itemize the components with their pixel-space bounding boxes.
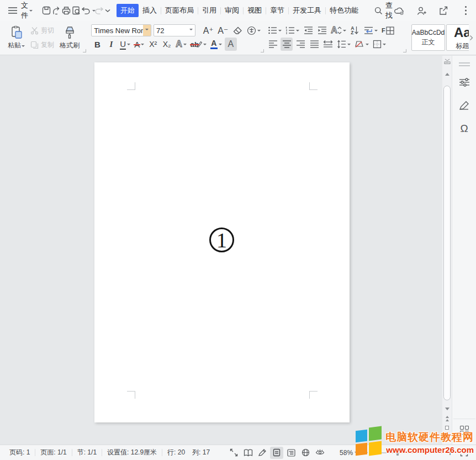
clear-formatting-button[interactable] xyxy=(231,24,244,37)
text-tool-chevron-icon[interactable] xyxy=(343,30,346,33)
shading-chevron-icon[interactable] xyxy=(366,44,369,47)
document-canvas[interactable]: 1 Ω xyxy=(0,56,476,445)
app-grid-icon[interactable] xyxy=(460,426,469,435)
increase-indent-button[interactable] xyxy=(316,24,328,37)
numbering-button[interactable] xyxy=(284,24,300,37)
share-icon[interactable] xyxy=(437,4,450,17)
bullets-button[interactable] xyxy=(267,24,283,37)
properties-sliders-icon[interactable] xyxy=(457,75,472,89)
save-icon[interactable] xyxy=(41,4,51,17)
font-color-chevron-icon[interactable] xyxy=(219,44,222,47)
underline-chevron-icon[interactable] xyxy=(127,44,130,47)
outline-view-icon[interactable] xyxy=(284,447,298,459)
add-user-icon[interactable] xyxy=(415,4,428,17)
vertical-scrollbar[interactable] xyxy=(442,56,452,445)
font-color-button[interactable]: A xyxy=(209,38,223,51)
tab-references[interactable]: 引用 xyxy=(198,4,220,17)
subscript-button[interactable]: X₂ xyxy=(161,38,173,51)
font-size-select[interactable]: 72 xyxy=(154,24,195,36)
page-view-icon[interactable] xyxy=(270,447,283,459)
scrollbar-thumb[interactable] xyxy=(443,86,451,400)
styles-scroll-chevron-icon[interactable] xyxy=(469,23,474,53)
enclosed-character[interactable]: 1 xyxy=(209,228,234,252)
phonetic-guide-button[interactable] xyxy=(246,24,261,37)
paragraph-layout-button[interactable] xyxy=(363,24,379,37)
symbols-omega-icon[interactable]: Ω xyxy=(457,121,472,136)
bold-button[interactable]: B xyxy=(91,38,103,51)
cloud-sync-icon[interactable] xyxy=(393,4,406,17)
hamburger-menu-icon[interactable] xyxy=(8,4,18,17)
more-options-icon[interactable] xyxy=(459,4,472,17)
style-normal[interactable]: AaBbCcDd 正文 xyxy=(411,24,445,51)
browse-object-icon[interactable] xyxy=(442,424,452,431)
document-page[interactable]: 1 xyxy=(94,62,350,422)
scroll-up-icon[interactable] xyxy=(442,70,452,78)
strikethrough-button[interactable]: A xyxy=(133,38,145,51)
status-section[interactable]: 节: 1/1 xyxy=(72,448,102,457)
zoom-slider-knob[interactable] xyxy=(396,450,399,456)
text-frame-button[interactable]: F xyxy=(380,24,395,37)
fit-page-icon[interactable] xyxy=(457,447,470,459)
zoom-out-button[interactable]: − xyxy=(362,448,368,457)
tab-view[interactable]: 视图 xyxy=(244,4,266,17)
ink-pen-icon[interactable] xyxy=(256,447,269,459)
tab-review[interactable]: 审阅 xyxy=(221,4,243,17)
distribute-button[interactable] xyxy=(322,38,334,51)
zoom-chevron-icon[interactable] xyxy=(355,452,358,455)
tab-developer-tools[interactable]: 开发工具 xyxy=(289,4,325,17)
sort-button[interactable]: A Z xyxy=(349,24,361,37)
paragraph-layout-chevron-icon[interactable] xyxy=(374,30,378,33)
align-left-button[interactable] xyxy=(267,38,279,51)
shading-button[interactable] xyxy=(353,38,370,51)
web-layout-icon[interactable] xyxy=(299,447,312,459)
style-title[interactable]: Aa 标题 xyxy=(446,24,469,51)
undo-icon[interactable] xyxy=(81,4,94,17)
status-column[interactable]: 列: 17 xyxy=(187,448,215,457)
format-painter-button[interactable]: 格式刷 xyxy=(56,23,83,53)
italic-button[interactable]: I xyxy=(105,38,117,51)
print-icon[interactable] xyxy=(61,4,71,17)
font-size-dropdown[interactable] xyxy=(187,25,195,36)
font-family-select[interactable]: Times New Roma xyxy=(91,24,151,36)
read-mode-icon[interactable] xyxy=(241,447,255,459)
previous-page-icon[interactable] xyxy=(442,414,452,422)
ruler-toggle-icon[interactable] xyxy=(442,57,452,65)
align-right-button[interactable] xyxy=(294,38,306,51)
tab-home[interactable]: 开始 xyxy=(117,4,139,17)
text-tool-button[interactable]: A xyxy=(330,24,347,37)
phonetic-chevron-icon[interactable] xyxy=(257,30,261,33)
borders-button[interactable] xyxy=(372,38,387,51)
paste-chevron-icon[interactable] xyxy=(22,45,25,49)
scroll-down-icon[interactable] xyxy=(442,405,452,413)
quick-access-more-icon[interactable] xyxy=(104,4,111,17)
panel-drag-handle[interactable] xyxy=(459,62,470,66)
underline-button[interactable]: U xyxy=(119,38,131,51)
file-menu-chevron-icon[interactable] xyxy=(29,10,33,13)
strikethrough-chevron-icon[interactable] xyxy=(141,44,144,47)
justify-button[interactable] xyxy=(308,38,320,51)
highlight-button[interactable]: ab xyxy=(189,38,208,51)
status-page-number[interactable]: 页码: 1 xyxy=(4,448,35,457)
align-center-button[interactable] xyxy=(281,38,293,51)
fullscreen-view-icon[interactable] xyxy=(227,447,240,459)
clipboard-dialog-launcher[interactable] xyxy=(83,49,86,52)
tab-section[interactable]: 章节 xyxy=(266,4,288,17)
line-spacing-chevron-icon[interactable] xyxy=(347,44,351,47)
eye-protection-icon[interactable] xyxy=(313,447,326,459)
zoom-in-button[interactable]: + xyxy=(447,448,453,457)
zoom-slider[interactable] xyxy=(372,452,443,453)
text-effects-chevron-icon[interactable] xyxy=(183,44,187,47)
grow-font-button[interactable]: A⁺ xyxy=(202,24,215,37)
search-box[interactable]: 查找 xyxy=(374,1,393,20)
zoom-level[interactable]: 58% xyxy=(340,449,358,457)
tab-special-features[interactable]: 特色功能 xyxy=(326,4,362,17)
status-line[interactable]: 行: 20 xyxy=(162,448,187,457)
file-menu[interactable]: 文件 xyxy=(21,1,28,20)
export-icon[interactable] xyxy=(51,4,61,17)
bullets-chevron-icon[interactable] xyxy=(278,30,282,33)
decrease-indent-button[interactable] xyxy=(302,24,314,37)
tab-insert[interactable]: 插入 xyxy=(139,4,161,17)
tab-page-layout[interactable]: 页面布局 xyxy=(161,4,198,17)
edit-pen-icon[interactable] xyxy=(457,98,472,113)
character-shading-button[interactable]: A xyxy=(225,38,237,51)
